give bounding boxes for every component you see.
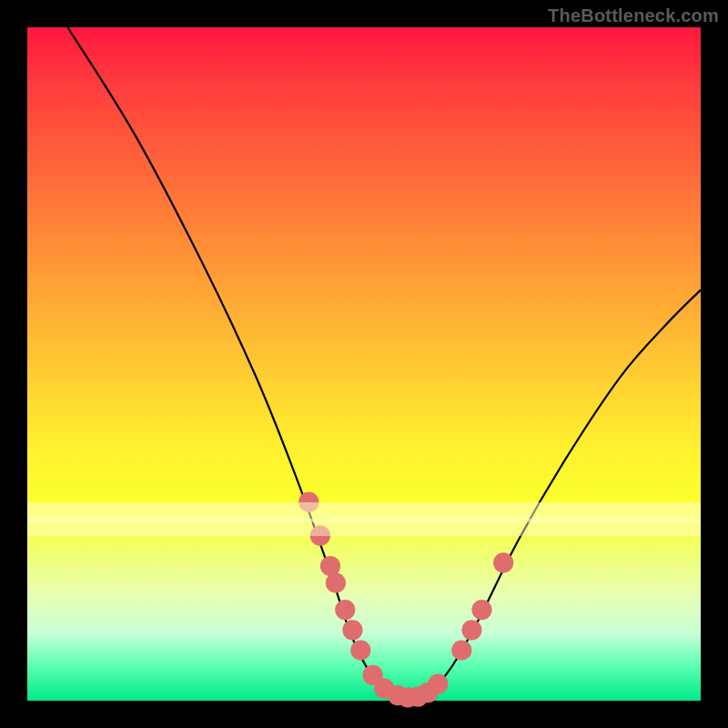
data-marker xyxy=(471,600,491,620)
data-marker xyxy=(326,572,346,592)
data-marker xyxy=(335,600,355,620)
curve-layer xyxy=(27,27,701,701)
data-marker xyxy=(493,552,513,572)
plot-area xyxy=(27,27,701,701)
curve-right-branch xyxy=(411,290,701,698)
data-marker xyxy=(350,640,370,660)
data-marker xyxy=(342,620,362,640)
watermark-text: TheBottleneck.com xyxy=(548,5,719,26)
haze-band xyxy=(27,519,701,536)
curve-left-branch xyxy=(67,27,410,698)
chart-frame: TheBottleneck.com xyxy=(0,0,728,728)
data-marker xyxy=(428,673,448,693)
data-marker xyxy=(461,620,481,640)
data-marker xyxy=(451,640,471,660)
